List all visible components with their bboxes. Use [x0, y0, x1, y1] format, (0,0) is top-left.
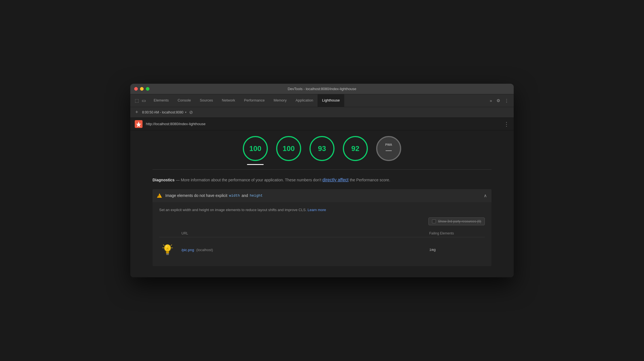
url-bar: http://localhost:8080/index-lighthouse ⋮ — [130, 118, 514, 130]
svg-point-3 — [164, 244, 171, 251]
score-accessibility-value: 100 — [283, 144, 294, 153]
warning-code-height: height — [250, 194, 263, 198]
url-selector[interactable]: 8:00:50 AM - localhost:8080 ▾ — [142, 110, 187, 114]
tab-sources[interactable]: Sources — [195, 94, 218, 107]
score-accessibility[interactable]: 100 — [276, 136, 301, 161]
tab-console[interactable]: Console — [173, 94, 195, 107]
add-tab-button[interactable]: + — [134, 109, 140, 116]
resource-table: URL Failing Elements — [159, 230, 485, 261]
tab-performance[interactable]: Performance — [239, 94, 269, 107]
warning-triangle-icon — [157, 193, 162, 198]
third-party-row: Show 3rd-party resources (0) — [159, 217, 485, 225]
cursor-icon[interactable]: ⬚ — [134, 97, 140, 104]
title-bar: DevTools - localhost:8080/index-lighthou… — [130, 84, 514, 94]
third-party-box: Show 3rd-party resources (0) — [428, 217, 485, 225]
lighthouse-logo-icon — [135, 120, 143, 128]
stop-icon[interactable]: ⊘ — [189, 109, 193, 115]
col-header-elements: Failing Elements — [429, 231, 485, 235]
diagnostics-title: Diagnostics — [153, 178, 174, 182]
warning-title-middle: and — [241, 193, 248, 198]
warning-title: Image elements do not have explicit widt… — [165, 193, 263, 198]
maximize-button[interactable] — [146, 87, 149, 91]
resource-url-host: (localhost) — [196, 248, 213, 252]
warning-code-width: width — [229, 194, 240, 198]
score-performance-value: 100 — [249, 144, 261, 153]
ellipsis-icon[interactable]: ⋮ — [503, 97, 510, 105]
svg-line-13 — [171, 244, 172, 246]
diagnostics-desc-after: the Performance score. — [350, 178, 390, 182]
table-header-row: URL Failing Elements — [159, 230, 485, 237]
close-button[interactable] — [134, 87, 138, 91]
warning-header-left: Image elements do not have explicit widt… — [157, 193, 263, 198]
diagnostics-header: Diagnostics — More information about the… — [153, 176, 491, 184]
diagnostics-desc-before: — More information about the performance… — [176, 178, 323, 182]
scores-separator — [153, 169, 491, 170]
devtools-window: DevTools - localhost:8080/index-lighthou… — [130, 84, 514, 277]
collapse-icon[interactable]: ∧ — [484, 193, 487, 198]
learn-more-link[interactable]: Learn more — [308, 208, 326, 212]
resource-thumbnail — [159, 242, 176, 258]
warning-body: Set an explicit width and height on imag… — [153, 202, 491, 266]
more-tabs-button[interactable]: » — [488, 97, 494, 105]
directly-affect-link[interactable]: directly affect — [323, 177, 349, 182]
score-pwa[interactable]: PWA — — [376, 136, 401, 161]
svg-rect-8 — [166, 254, 169, 255]
window-title: DevTools - localhost:8080/index-lighthou… — [288, 87, 356, 91]
minimize-button[interactable] — [140, 87, 144, 91]
resource-url-link[interactable]: /pic.png — [181, 248, 194, 252]
toolbar: + 8:00:50 AM - localhost:8080 ▾ ⊘ — [130, 107, 514, 118]
device-icon[interactable]: ▭ — [141, 97, 147, 104]
score-seo[interactable]: 92 — [343, 136, 368, 161]
scores-row: 100 100 93 92 PWA — — [153, 136, 491, 161]
tab-lighthouse[interactable]: Lighthouse — [318, 94, 344, 107]
score-pwa-value: — — [386, 147, 392, 154]
url-text: http://localhost:8080/index-lighthouse — [146, 122, 500, 126]
svg-rect-7 — [166, 253, 169, 254]
warning-card: Image elements do not have explicit widt… — [153, 189, 491, 266]
score-pwa-label: PWA — [385, 143, 392, 146]
svg-line-12 — [163, 244, 164, 246]
traffic-lights — [134, 87, 149, 91]
score-best-practices[interactable]: 93 — [309, 136, 335, 161]
devtools-icons: ⬚ ▭ — [131, 94, 149, 107]
resource-element-cell: img — [429, 248, 485, 252]
warning-header[interactable]: Image elements do not have explicit widt… — [153, 189, 491, 202]
more-options-icon[interactable]: ⋮ — [504, 121, 509, 127]
col-header-url: URL — [159, 231, 429, 235]
score-seo-value: 92 — [351, 144, 360, 153]
warning-description: Set an explicit width and height on imag… — [159, 208, 485, 212]
third-party-label: Show 3rd-party resources (0) — [438, 219, 481, 223]
tab-application[interactable]: Application — [291, 94, 318, 107]
toolbar-url-text: 8:00:50 AM - localhost:8080 — [142, 110, 184, 114]
tabs-container: Elements Console Sources Network Perform… — [149, 94, 486, 107]
score-performance[interactable]: 100 — [243, 136, 268, 161]
tab-bar: ⬚ ▭ Elements Console Sources Network Per… — [130, 94, 514, 107]
tab-network[interactable]: Network — [218, 94, 240, 107]
tab-memory[interactable]: Memory — [269, 94, 291, 107]
tab-elements[interactable]: Elements — [149, 94, 173, 107]
main-content: 100 100 93 92 PWA — Diagnostics — More i… — [130, 130, 514, 277]
score-best-practices-value: 93 — [318, 144, 326, 153]
svg-rect-6 — [166, 253, 169, 253]
lightbulb-icon — [159, 242, 176, 258]
tab-bar-actions: » ⚙ ⋮ — [486, 94, 513, 107]
third-party-checkbox[interactable] — [432, 219, 436, 223]
settings-icon[interactable]: ⚙ — [495, 97, 502, 105]
table-row: /pic.png (localhost) img — [159, 239, 485, 261]
resource-url-cell: /pic.png (localhost) — [181, 248, 429, 252]
warning-title-prefix: Image elements do not have explicit — [165, 193, 227, 198]
chevron-down-icon: ▾ — [185, 111, 186, 114]
